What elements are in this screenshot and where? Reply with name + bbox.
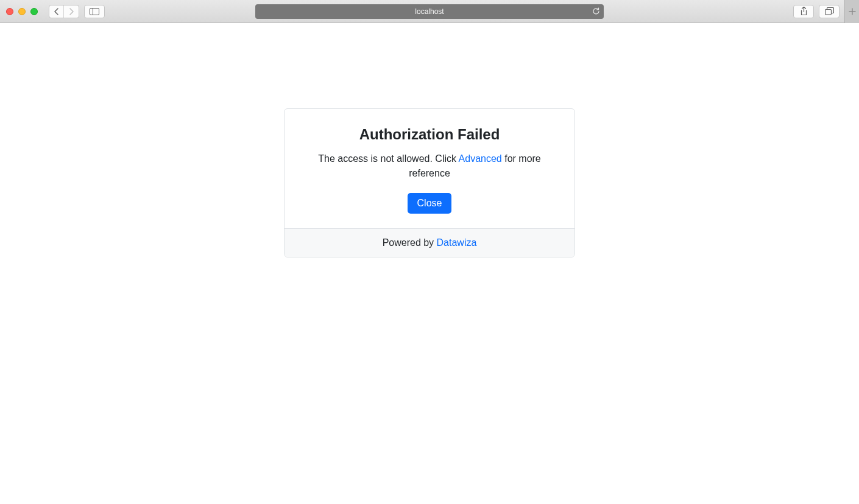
page-content: Authorization Failed The access is not a… bbox=[0, 23, 859, 257]
window-close-button[interactable] bbox=[6, 8, 13, 15]
right-toolbar-buttons bbox=[793, 0, 853, 23]
message-prefix: The access is not allowed. Click bbox=[318, 153, 458, 164]
new-tab-button[interactable] bbox=[844, 0, 859, 23]
dialog-message: The access is not allowed. Click Advance… bbox=[299, 152, 560, 181]
chevron-left-icon bbox=[54, 8, 59, 15]
chevron-right-icon bbox=[69, 8, 74, 15]
nav-button-group bbox=[49, 5, 79, 18]
advanced-link[interactable]: Advanced bbox=[459, 153, 502, 164]
datawiza-link[interactable]: Datawiza bbox=[437, 237, 477, 248]
svg-rect-0 bbox=[90, 8, 99, 15]
reload-icon bbox=[592, 7, 600, 15]
sidebar-icon bbox=[90, 8, 99, 15]
share-icon bbox=[800, 7, 808, 16]
browser-toolbar: localhost bbox=[0, 0, 859, 23]
powered-by-text: Powered by bbox=[383, 237, 437, 248]
plus-icon bbox=[849, 8, 856, 15]
window-maximize-button[interactable] bbox=[30, 8, 38, 15]
address-text: localhost bbox=[415, 7, 444, 16]
close-button[interactable]: Close bbox=[408, 193, 452, 214]
window-controls bbox=[6, 8, 38, 15]
sidebar-toggle-button[interactable] bbox=[84, 5, 105, 18]
authorization-failed-dialog: Authorization Failed The access is not a… bbox=[284, 108, 575, 257]
svg-rect-2 bbox=[825, 10, 831, 15]
dialog-body: Authorization Failed The access is not a… bbox=[285, 109, 574, 228]
reload-button[interactable] bbox=[592, 7, 600, 15]
dialog-footer: Powered by Datawiza bbox=[285, 228, 574, 257]
dialog-title: Authorization Failed bbox=[299, 126, 560, 143]
tabs-icon bbox=[825, 7, 834, 15]
address-bar[interactable]: localhost bbox=[255, 4, 604, 19]
share-button[interactable] bbox=[793, 5, 814, 18]
back-button[interactable] bbox=[49, 5, 64, 18]
tabs-button[interactable] bbox=[819, 5, 840, 18]
forward-button[interactable] bbox=[64, 5, 79, 18]
window-minimize-button[interactable] bbox=[18, 8, 26, 15]
